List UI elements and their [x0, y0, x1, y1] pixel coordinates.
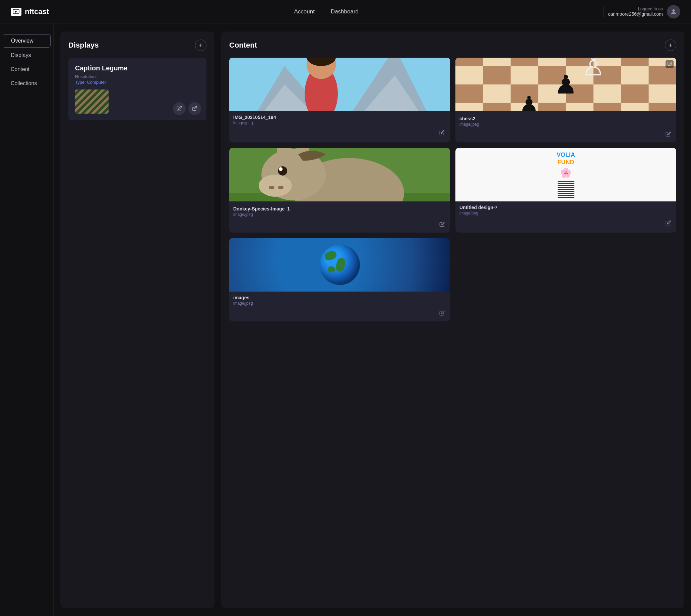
add-content-button[interactable]: + [665, 40, 676, 51]
logo: nftcast [11, 7, 49, 16]
svg-point-1 [672, 9, 674, 12]
svg-rect-28 [649, 66, 676, 85]
svg-point-57 [269, 186, 274, 189]
svg-rect-33 [483, 103, 510, 111]
content-panel-header: Content + [229, 40, 676, 51]
content-card-2[interactable]: Donkey-Species-Image_1 image/jpeg [229, 148, 450, 233]
svg-rect-22 [511, 58, 538, 66]
user-text: Logged in as carlmoore256@gmail.com [608, 6, 663, 17]
content-type-4: image/jpeg [233, 301, 446, 306]
content-card-1[interactable]: /* chess squares drawn below */ [455, 58, 676, 142]
svg-rect-36 [649, 103, 676, 111]
thumb-chess-wrap: /* chess squares drawn below */ [455, 58, 676, 113]
user-email: carlmoore256@gmail.com [608, 12, 663, 17]
sidebar-item-overview[interactable]: Overview [3, 34, 51, 48]
svg-point-54 [278, 166, 287, 175]
sidebar-item-content[interactable]: Content [3, 63, 51, 76]
nav-divider [604, 6, 604, 18]
open-display-button[interactable] [188, 102, 201, 115]
content-card-4[interactable]: images image/jpeg [229, 238, 450, 322]
donkey-thumbnail [229, 148, 450, 201]
content-info-2: Donkey-Species-Image_1 image/jpeg [229, 203, 450, 219]
volia-flower-icon: 🌸 [560, 167, 572, 178]
sidebar-item-collections[interactable]: Collections [3, 77, 51, 90]
svg-rect-32 [621, 85, 648, 103]
svg-text:♟: ♟ [519, 92, 539, 111]
logo-text: nftcast [25, 7, 49, 16]
nav: Account Dashboard [294, 8, 359, 15]
edit-content-0-button[interactable] [438, 129, 446, 138]
chess-img-icon [666, 60, 674, 68]
content-name-3: Untitled design-7 [460, 205, 672, 210]
svg-text:♙: ♙ [582, 58, 605, 81]
content-name-4: images [233, 295, 446, 300]
earth-thumbnail [229, 238, 450, 291]
content-name-0: IMG_20210514_194 [233, 115, 446, 120]
content-grid: IMG_20210514_194 image/jpeg [229, 58, 676, 322]
content-info-0: IMG_20210514_194 image/jpeg [229, 111, 450, 127]
display-card: Caption Legume Resolution: Type: Compute… [68, 58, 206, 120]
sidebar-item-displays[interactable]: Displays [3, 49, 51, 62]
svg-rect-25 [483, 66, 510, 85]
earth-land-2 [335, 257, 347, 272]
volia-thumbnail: VOLIA FUND 🌸 [455, 148, 676, 201]
avatar[interactable] [667, 5, 680, 18]
displays-panel: Displays + Caption Legume Resolution: Ty… [60, 31, 215, 608]
logo-icon [11, 8, 21, 16]
svg-point-56 [259, 175, 292, 197]
main-content: Displays + Caption Legume Resolution: Ty… [53, 23, 691, 616]
volia-qr-code [558, 181, 574, 198]
chess-thumbnail: /* chess squares drawn below */ [455, 58, 676, 111]
content-info-1: chess2 image/jpeg [455, 113, 676, 129]
nav-dashboard[interactable]: Dashboard [331, 8, 359, 15]
thumb-volia-wrap: VOLIA FUND 🌸 [455, 148, 676, 201]
content-info-3: Untitled design-7 image/png [455, 201, 676, 218]
content-panel: Content + [221, 31, 684, 608]
content-card-footer-3 [455, 218, 676, 231]
edit-content-3-button[interactable] [664, 219, 672, 228]
displays-title: Displays [68, 41, 99, 50]
svg-rect-34 [538, 103, 566, 111]
content-type-0: image/jpeg [233, 120, 446, 125]
svg-line-2 [194, 107, 197, 109]
content-name-1: chess2 [460, 116, 672, 121]
display-card-resolution: Resolution: [75, 74, 200, 79]
user-info: Logged in as carlmoore256@gmail.com [604, 5, 680, 18]
earth-globe [320, 245, 360, 285]
svg-rect-21 [455, 58, 483, 66]
content-type-3: image/png [460, 211, 672, 216]
add-display-button[interactable]: + [195, 40, 206, 51]
display-card-type-value: Computer [87, 80, 106, 85]
svg-rect-35 [594, 103, 621, 111]
content-card-footer-0 [229, 127, 450, 141]
display-card-type: Type: Computer [75, 80, 200, 85]
content-card-footer-4 [229, 308, 450, 322]
thumb-earth-wrap [229, 238, 450, 291]
nav-account[interactable]: Account [294, 8, 314, 15]
content-card-0[interactable]: IMG_20210514_194 image/jpeg [229, 58, 450, 142]
display-card-thumb [75, 89, 109, 114]
edit-display-button[interactable] [173, 102, 186, 115]
page-body: Overview Displays Content Collections Di… [0, 23, 691, 616]
svg-point-55 [279, 167, 283, 171]
svg-point-10 [669, 63, 669, 63]
volia-text: VOLIA FUND [557, 152, 575, 166]
display-card-actions [173, 102, 201, 115]
edit-content-1-button[interactable] [664, 130, 672, 139]
logged-in-label: Logged in as [608, 6, 663, 12]
content-title: Content [229, 41, 257, 50]
content-card-3[interactable]: VOLIA FUND 🌸 Untitled design-7 image/png [455, 148, 676, 233]
displays-panel-header: Displays + [68, 40, 206, 51]
content-type-2: image/jpeg [233, 212, 446, 217]
sidebar: Overview Displays Content Collections [0, 23, 53, 616]
edit-content-2-button[interactable] [438, 220, 446, 229]
content-card-footer-2 [229, 219, 450, 233]
header: nftcast Account Dashboard Logged in as c… [0, 0, 691, 23]
earth-land-3 [328, 266, 335, 272]
edit-content-4-button[interactable] [438, 309, 446, 318]
svg-point-58 [278, 186, 284, 189]
thumb-person-mountain [229, 58, 450, 111]
content-info-4: images image/jpeg [229, 291, 450, 308]
chess-thumbnail [75, 89, 109, 114]
content-card-footer-1 [455, 129, 676, 142]
